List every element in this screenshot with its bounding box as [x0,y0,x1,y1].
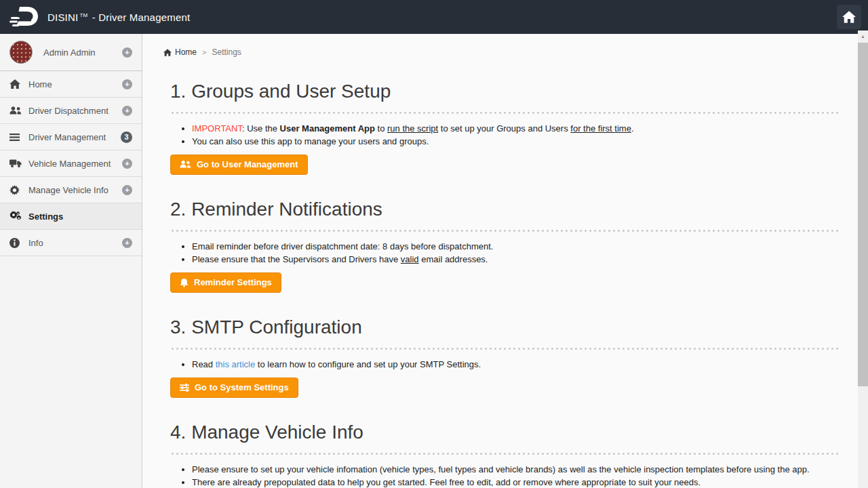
bullet-item: Email reminder before driver dispatchmen… [192,240,839,253]
valid-emphasis: valid [401,254,419,264]
sidebar-item-driver-dispatchment[interactable]: Driver Dispatchment + [0,98,142,124]
section-smtp-configuration: 3. SMTP Configuration Read this article … [170,317,839,398]
bullet-text: to set up your Groups and Users [438,123,570,134]
bullet-item: Please ensure that the Supervisors and D… [192,253,839,266]
app-header: DISINITM - Driver Management [0,0,868,34]
this-article-link[interactable]: this article [216,359,256,369]
plus-circle-icon[interactable]: + [122,106,132,116]
plus-circle-icon[interactable]: + [122,185,132,195]
bullet-list: IMPORTANT: Use the User Management App t… [170,122,839,148]
sidebar-item-home[interactable]: Home + [0,71,142,98]
go-to-system-settings-button[interactable]: Go to System Settings [170,378,298,398]
brand-name: DISINI [47,12,78,23]
scroll-up-arrow-icon[interactable]: ▲ [858,30,868,41]
section-heading: 4. Manage Vehicle Info [170,422,839,443]
home-icon [9,79,26,89]
users-icon [9,106,26,115]
button-label: Go to User Management [197,159,298,169]
settings-sections: 1. Groups and User Setup IMPORTANT: Use … [163,81,839,488]
breadcrumb-current: Settings [212,47,241,57]
trademark: TM [79,12,87,18]
app-title: DISINITM - Driver Management [47,12,190,23]
bullet-text: email addresses. [419,254,488,264]
bullet-item: IMPORTANT: Use the User Management App t… [192,122,839,135]
sliders-icon [180,384,189,392]
breadcrumb-home-label: Home [175,47,197,57]
main-content: Home > Settings 1. Groups and User Setup… [143,34,858,488]
header-home-button[interactable] [837,5,861,29]
sidebar-item-info[interactable]: Info + [0,230,142,256]
bell-icon [180,278,189,287]
reminder-settings-button[interactable]: Reminder Settings [170,272,281,293]
bullet-item: You can also use this app to manage your… [192,135,839,148]
user-name: Admin Admin [43,47,122,58]
bullet-text: : Use the [242,123,280,134]
plus-circle-icon[interactable]: + [122,159,132,169]
sidebar-item-manage-vehicle-info[interactable]: Manage Vehicle Info + [0,177,142,203]
users-icon [180,160,191,169]
bullet-text: . [631,123,634,134]
bullet-list: Read this article to learn how to config… [170,358,839,371]
section-heading: 3. SMTP Configuration [170,317,839,338]
section-groups-and-user-setup: 1. Groups and User Setup IMPORTANT: Use … [170,81,839,175]
sidebar-item-label: Vehicle Management [28,159,122,169]
gears-icon [9,211,26,222]
list-icon [9,133,26,142]
plus-circle-icon[interactable]: + [122,47,132,58]
run-the-script-link[interactable]: run the script [387,123,438,134]
sidebar-item-label: Home [28,79,122,89]
button-label: Go to System Settings [195,382,289,392]
section-heading: 1. Groups and User Setup [170,81,839,102]
breadcrumb-home-link[interactable]: Home [163,47,197,57]
plus-circle-icon[interactable]: + [122,238,132,248]
sidebar-item-settings[interactable]: Settings [0,203,142,230]
home-icon [842,11,856,23]
bullet-list: Email reminder before driver dispatchmen… [170,240,839,266]
dotted-divider [170,112,839,114]
sidebar: Admin Admin + Home + Driver Dispatchment… [0,34,142,488]
dotted-divider [170,348,839,350]
section-heading: 2. Reminder Notifications [170,199,839,220]
first-time-link[interactable]: for the first time [570,123,631,134]
important-label: IMPORTANT [192,123,242,134]
dotted-divider [170,230,839,232]
sidebar-item-label: Driver Management [28,132,121,142]
app-title-suffix: - Driver Management [92,12,191,23]
go-to-user-management-button[interactable]: Go to User Management [170,155,308,175]
app-logo-icon [9,5,39,29]
bullet-text: You can also use this app to manage your… [192,136,429,146]
bullet-text: Email reminder before driver dispatchmen… [192,241,493,251]
driver-management-count-badge: 3 [121,131,132,143]
bullet-text: Read [192,359,216,369]
sidebar-item-label: Driver Dispatchment [28,106,122,116]
sidebar-item-driver-management[interactable]: Driver Management 3 [0,124,142,150]
dotted-divider [170,453,839,455]
bullet-text: Please ensure that the Supervisors and D… [192,254,401,264]
home-icon [163,49,172,56]
sidebar-item-vehicle-management[interactable]: Vehicle Management + [0,150,142,177]
sidebar-user-panel[interactable]: Admin Admin + [0,34,142,71]
bullet-list: Please ensure to set up your vehicle inf… [170,463,839,488]
breadcrumb: Home > Settings [163,47,839,57]
button-label: Reminder Settings [194,277,272,287]
bullet-text: to learn how to configure and set up you… [255,359,481,369]
scrollbar-thumb[interactable] [858,43,868,386]
bullet-text: Please ensure to set up your vehicle inf… [192,464,810,474]
bullet-text: There are already prepopulated data to h… [192,477,701,487]
section-reminder-notifications: 2. Reminder Notifications Email reminder… [170,199,839,293]
bullet-item: Please ensure to set up your vehicle inf… [192,463,839,476]
sidebar-item-label: Settings [28,211,132,222]
truck-icon [9,159,26,168]
breadcrumb-separator: > [202,48,206,56]
sidebar-item-label: Manage Vehicle Info [28,185,122,195]
plus-circle-icon[interactable]: + [122,79,132,89]
user-avatar [9,41,33,64]
sidebar-item-label: Info [28,238,122,248]
bullet-item: Read this article to learn how to config… [192,358,839,371]
vertical-scrollbar[interactable]: ▲ [858,30,868,488]
section-manage-vehicle-info: 4. Manage Vehicle Info Please ensure to … [170,422,839,488]
bullet-text-bold: User Management App [280,123,375,134]
gear-icon [9,185,26,195]
bullet-item: There are already prepopulated data to h… [192,476,839,488]
bullet-text: to [375,123,387,134]
